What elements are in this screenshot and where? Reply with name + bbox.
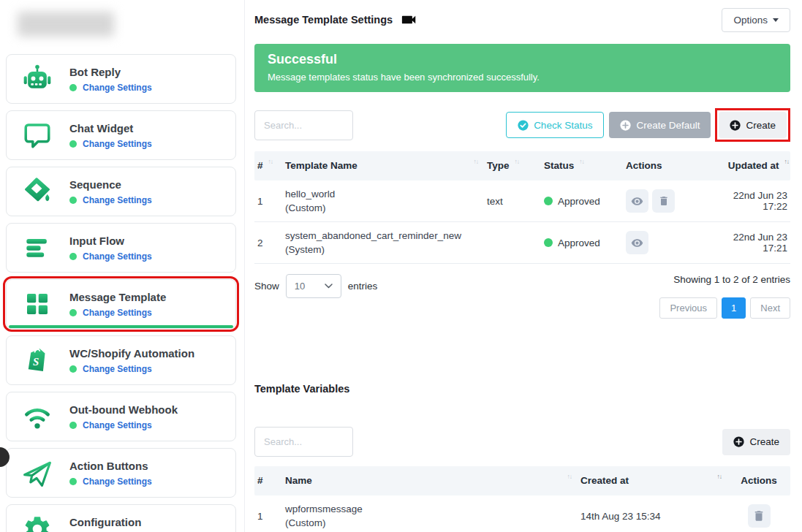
sidebar-item-bot-reply[interactable]: Bot Reply Change Settings — [6, 54, 236, 104]
sidebar-item-configuration[interactable]: Configuration Change Settings — [6, 504, 236, 532]
eye-icon — [631, 237, 643, 249]
sidebar-item-message-template[interactable]: Message Template Change Settings — [6, 279, 236, 329]
status-dot — [544, 197, 553, 205]
status-badge: Approved — [541, 232, 623, 254]
show-label: Show — [254, 281, 279, 292]
templates-search-input[interactable] — [254, 110, 353, 140]
settings-sidebar: Bot Reply Change Settings Chat Widget Ch… — [0, 0, 245, 532]
input-flow-icon — [21, 232, 53, 264]
chevron-down-icon — [773, 18, 779, 22]
sidebar-item-label: Bot Reply — [69, 66, 152, 78]
sidebar-item-label: Sequence — [69, 178, 152, 191]
templates-table-footer: Show 10 entries Showing 1 to 2 of 2 entr… — [254, 274, 790, 319]
templates-controls: Check Status Create Default Create — [254, 108, 790, 142]
enabled-dot — [69, 309, 77, 316]
chevron-down-icon — [325, 284, 333, 289]
templates-table-header: #↑↓ Template Name↑↓ Type↑↓ Status↑↓ Acti… — [254, 151, 790, 180]
app-window: Bot Reply Change Settings Chat Widget Ch… — [0, 0, 802, 532]
create-default-button[interactable]: Create Default — [609, 112, 711, 138]
updated-at: 22nd Jun 23 17:21 — [703, 226, 790, 259]
view-button[interactable] — [626, 189, 648, 213]
page-title: Message Template Settings — [254, 14, 393, 26]
sidebar-item-text: WC/Shopify Automation Change Settings — [69, 347, 194, 374]
page-size-select[interactable]: 10 — [286, 274, 341, 298]
row-actions — [623, 225, 703, 260]
sort-icon: ↑↓ — [515, 158, 520, 165]
paint-bucket-icon — [21, 175, 53, 208]
create-variable-button[interactable]: Create — [722, 429, 790, 455]
change-settings-link[interactable]: Change Settings — [83, 83, 152, 93]
sidebar-item-text: Out-bound Webhook Change Settings — [69, 403, 178, 430]
enabled-dot — [69, 365, 77, 373]
options-button[interactable]: Options — [722, 8, 790, 32]
create-default-label: Create Default — [636, 120, 700, 131]
template-name: hello_world — [285, 187, 481, 201]
sidebar-item-chat-widget[interactable]: Chat Widget Change Settings — [6, 110, 236, 160]
template-type — [484, 237, 541, 248]
sidebar-item-label: WC/Shopify Automation — [69, 347, 194, 360]
variables-controls: Create — [254, 427, 790, 457]
column-header-actions: Actions — [623, 151, 703, 180]
shopify-bag-icon: S — [21, 344, 53, 376]
sort-icon: ↑↓ — [717, 473, 722, 480]
delete-button[interactable] — [748, 504, 771, 528]
column-header-created-at[interactable]: Created at↑↓ — [578, 466, 727, 495]
change-settings-link[interactable]: Change Settings — [83, 420, 152, 430]
create-button-highlight: Create — [715, 108, 790, 142]
check-status-label: Check Status — [534, 120, 592, 131]
svg-text:S: S — [33, 356, 39, 368]
next-page-button[interactable]: Next — [750, 297, 790, 319]
check-status-button[interactable]: Check Status — [506, 112, 604, 138]
sidebar-item-text: Configuration Change Settings — [69, 516, 152, 532]
main-content: Message Template Settings Options Succes… — [245, 0, 802, 532]
status-dot — [544, 238, 553, 247]
column-header-name[interactable]: Name↑↓ — [282, 466, 578, 495]
change-settings-link[interactable]: Change Settings — [83, 308, 152, 318]
template-variant: (Custom) — [285, 201, 481, 215]
sidebar-item-label: Configuration — [69, 516, 152, 528]
robot-icon — [21, 63, 53, 95]
change-settings-link[interactable]: Change Settings — [83, 195, 152, 205]
sidebar-item-sequence[interactable]: Sequence Change Settings — [6, 167, 236, 216]
column-header-type[interactable]: Type↑↓ — [484, 151, 541, 180]
enabled-dot — [69, 140, 77, 148]
create-template-button[interactable]: Create — [719, 112, 787, 138]
column-header-updated-at[interactable]: Updated at↑↓ — [703, 151, 790, 180]
column-header-num[interactable]: #↑↓ — [254, 151, 282, 180]
app-logo-blurred — [18, 12, 114, 37]
grid-icon — [21, 288, 53, 320]
sidebar-item-label: Chat Widget — [69, 122, 152, 134]
row-number: 1 — [254, 190, 282, 213]
column-header-template-name[interactable]: Template Name↑↓ — [282, 151, 484, 180]
plus-circle-icon — [620, 120, 631, 131]
change-settings-link[interactable]: Change Settings — [83, 476, 152, 487]
row-actions — [623, 183, 703, 218]
status-label: Approved — [558, 238, 600, 248]
sidebar-item-action-buttons[interactable]: Action Buttons Change Settings — [6, 448, 236, 498]
sidebar-item-label: Out-bound Webhook — [69, 403, 178, 416]
change-settings-link[interactable]: Change Settings — [83, 364, 152, 374]
sort-icon: ↑↓ — [474, 158, 479, 165]
updated-at: 22nd Jun 23 17:22 — [703, 184, 790, 218]
template-name-cell: hello_world (Custom) — [282, 181, 484, 221]
page-1-button[interactable]: 1 — [722, 297, 746, 319]
sidebar-item-wc-shopify-automation[interactable]: S WC/Shopify Automation Change Settings — [6, 335, 236, 385]
enabled-dot — [69, 253, 77, 260]
change-settings-link[interactable]: Change Settings — [83, 251, 152, 262]
status-badge: Approved — [541, 190, 623, 213]
sidebar-item-text: Sequence Change Settings — [69, 178, 152, 205]
main-header: Message Template Settings Options — [254, 3, 790, 37]
trash-icon — [752, 509, 765, 522]
column-header-num[interactable]: # — [254, 466, 282, 495]
sidebar-item-input-flow[interactable]: Input Flow Change Settings — [6, 223, 236, 273]
video-camera-icon[interactable] — [401, 14, 417, 26]
variables-search-input[interactable] — [254, 427, 353, 457]
row-actions — [727, 498, 790, 532]
column-header-status[interactable]: Status↑↓ — [541, 151, 623, 180]
change-settings-link[interactable]: Change Settings — [83, 139, 152, 149]
wifi-icon — [21, 400, 53, 433]
delete-button[interactable] — [652, 189, 675, 213]
sidebar-item-out-bound-webhook[interactable]: Out-bound Webhook Change Settings — [6, 392, 236, 441]
view-button[interactable] — [626, 231, 648, 254]
previous-page-button[interactable]: Previous — [659, 297, 717, 319]
